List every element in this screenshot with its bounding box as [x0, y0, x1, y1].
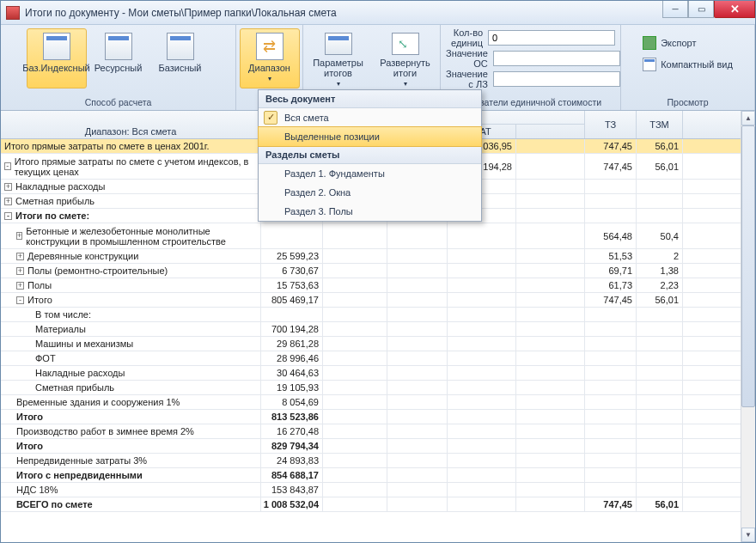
- col-tzm[interactable]: ТЗМ: [637, 111, 683, 138]
- cell-zpm: [387, 439, 448, 453]
- tree-toggle[interactable]: +: [16, 282, 24, 290]
- table-row[interactable]: +Бетонные и железобетонные монолитные ко…: [1, 223, 755, 249]
- table-row[interactable]: Итого с непредвиденными854 688,17: [1, 468, 755, 483]
- cell-tzm: 50,4: [637, 223, 683, 248]
- table-row[interactable]: +Деревянные конструкции25 599,2351,532: [1, 249, 755, 264]
- units-count-input[interactable]: [488, 30, 615, 46]
- export-icon: [643, 36, 656, 50]
- cell-em: [323, 439, 387, 453]
- cell-em: [323, 308, 387, 321]
- scroll-up-button[interactable]: ▲: [741, 111, 755, 125]
- table-row[interactable]: НДС 18%153 843,87: [1, 483, 755, 497]
- dropdown-item-section[interactable]: Раздел 3. Полы: [259, 202, 481, 221]
- tree-toggle[interactable]: -: [4, 162, 11, 170]
- chevron-down-icon: ▾: [268, 75, 271, 82]
- cell-tzm: 2,23: [637, 278, 683, 292]
- cell-tz: 747,45: [585, 139, 637, 153]
- range-button[interactable]: ⇄ Диапазон ▾: [240, 28, 300, 88]
- cell-name: Итого: [1, 410, 261, 424]
- tree-toggle[interactable]: -: [16, 296, 24, 304]
- cell-value: 700 194,28: [261, 322, 323, 336]
- table-row[interactable]: Временные здания и сооружения 1%8 054,69: [1, 395, 755, 410]
- cell-blank: [516, 410, 585, 424]
- cell-blank: [516, 337, 585, 351]
- cell-value: 1 008 532,04: [261, 497, 323, 511]
- tree-toggle[interactable]: +: [4, 198, 12, 205]
- base-index-icon: [43, 33, 70, 60]
- table-row[interactable]: Итого813 523,86: [1, 410, 755, 424]
- tree-toggle[interactable]: +: [4, 183, 12, 191]
- scroll-down-button[interactable]: ▼: [741, 528, 755, 542]
- cell-blank: [516, 483, 585, 497]
- cell-value: 829 794,34: [261, 439, 323, 453]
- cell-blank: [516, 322, 585, 336]
- col-tz[interactable]: ТЗ: [585, 111, 637, 138]
- maximize-button[interactable]: ▭: [688, 1, 714, 18]
- cell-zpm: [387, 454, 448, 467]
- tree-toggle[interactable]: -: [4, 212, 12, 220]
- cell-name: Временные здания и сооружения 1%: [1, 395, 261, 409]
- lz-value-input[interactable]: [493, 71, 620, 87]
- expand-totals-button[interactable]: ⤡ Развернуть итоги ▾: [373, 28, 438, 88]
- vertical-scrollbar[interactable]: ▲ ▼: [741, 111, 755, 542]
- scroll-thumb[interactable]: [741, 125, 755, 407]
- cell-blank: [516, 468, 585, 482]
- cell-zpm: [387, 293, 448, 307]
- cell-blank: [516, 180, 585, 193]
- cell-name: -Итого: [1, 293, 261, 307]
- cell-blank: [516, 264, 585, 278]
- dropdown-item-full-estimate[interactable]: Вся смета: [259, 108, 481, 127]
- cell-tzm: 2: [637, 249, 683, 263]
- table-row[interactable]: Материалы700 194,28: [1, 322, 755, 337]
- export-button[interactable]: Экспорт: [637, 34, 739, 52]
- cell-em: [323, 395, 387, 409]
- close-button[interactable]: ✕: [714, 1, 755, 18]
- cell-em: [323, 322, 387, 336]
- basic-button[interactable]: Базисный: [150, 28, 210, 88]
- cell-tz: 69,71: [585, 264, 637, 278]
- cell-blank: [516, 308, 585, 321]
- tree-toggle[interactable]: +: [16, 232, 22, 240]
- cell-tzm: [637, 468, 683, 482]
- cell-value: 16 270,48: [261, 424, 323, 438]
- table-row[interactable]: Непредвиденные затраты 3%24 893,83: [1, 454, 755, 468]
- cell-name: Сметная прибыль: [1, 381, 261, 394]
- minimize-button[interactable]: ─: [662, 1, 688, 18]
- table-row[interactable]: +Полы15 753,6361,732,23: [1, 278, 755, 293]
- table-row[interactable]: ФОТ28 996,46: [1, 351, 755, 366]
- table-row[interactable]: Машины и механизмы29 861,28: [1, 337, 755, 351]
- table-row[interactable]: Итого829 794,34: [1, 439, 755, 454]
- lz-value-label: Значение с ЛЗ: [446, 69, 493, 89]
- table-row[interactable]: +Полы (ремонтно-строительные)6 730,6769,…: [1, 264, 755, 278]
- cell-mat: [448, 468, 516, 482]
- expand-icon: ⤡: [392, 33, 419, 55]
- os-value-input[interactable]: [493, 51, 620, 66]
- cell-name: -Итого прямые затраты по смете с учетом …: [1, 154, 261, 179]
- calc-method-group-label: Способ расчета: [85, 97, 152, 110]
- cell-name: Материалы: [1, 322, 261, 336]
- tree-toggle[interactable]: +: [16, 267, 24, 275]
- cell-blank: [516, 381, 585, 394]
- cell-name: Итого: [1, 439, 261, 453]
- cell-tz: [585, 308, 637, 321]
- tree-toggle[interactable]: +: [16, 253, 24, 260]
- resource-button[interactable]: Ресурсный: [88, 28, 149, 88]
- table-row[interactable]: Сметная прибыль19 105,93: [1, 381, 755, 395]
- table-row[interactable]: В том числе:: [1, 308, 755, 322]
- table-row[interactable]: Накладные расходы30 464,63: [1, 366, 755, 381]
- dropdown-item-selected-positions[interactable]: Выделенные позиции: [258, 126, 482, 147]
- table-row[interactable]: -Итого805 469,17747,4556,01: [1, 293, 755, 308]
- dropdown-item-section[interactable]: Раздел 2. Окна: [259, 183, 481, 202]
- dropdown-item-section[interactable]: Раздел 1. Фундаменты: [259, 164, 481, 183]
- cell-zpm: [387, 468, 448, 482]
- cell-zpm: [387, 483, 448, 497]
- cell-value: 30 464,63: [261, 366, 323, 380]
- base-index-button[interactable]: Баз.Индексный: [27, 28, 87, 88]
- cell-tz: [585, 381, 637, 394]
- table-row[interactable]: ВСЕГО по смете1 008 532,04747,4556,01: [1, 497, 755, 512]
- cell-em: [323, 483, 387, 497]
- cell-tz: 747,45: [585, 497, 637, 511]
- totals-params-button[interactable]: Параметры итогов ▾: [306, 28, 371, 88]
- table-row[interactable]: Производство работ в зимнее время 2%16 2…: [1, 424, 755, 439]
- compact-view-button[interactable]: Компактный вид: [637, 55, 739, 74]
